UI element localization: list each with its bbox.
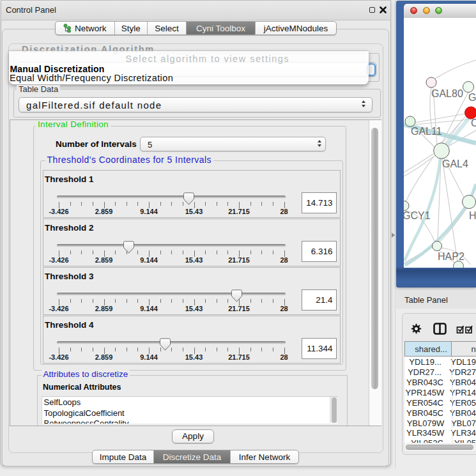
svg-text:GCY1: GCY1 (404, 210, 431, 221)
svg-text:HAP2: HAP2 (438, 251, 464, 262)
svg-text:C: C (471, 118, 476, 128)
svg-text:GAL2: GAL2 (468, 92, 476, 103)
svg-text:GAL4: GAL4 (442, 158, 468, 169)
svg-text:GAL11: GAL11 (411, 126, 442, 137)
svg-text:HIS4: HIS4 (469, 210, 476, 221)
svg-text:GAL80: GAL80 (431, 88, 463, 99)
